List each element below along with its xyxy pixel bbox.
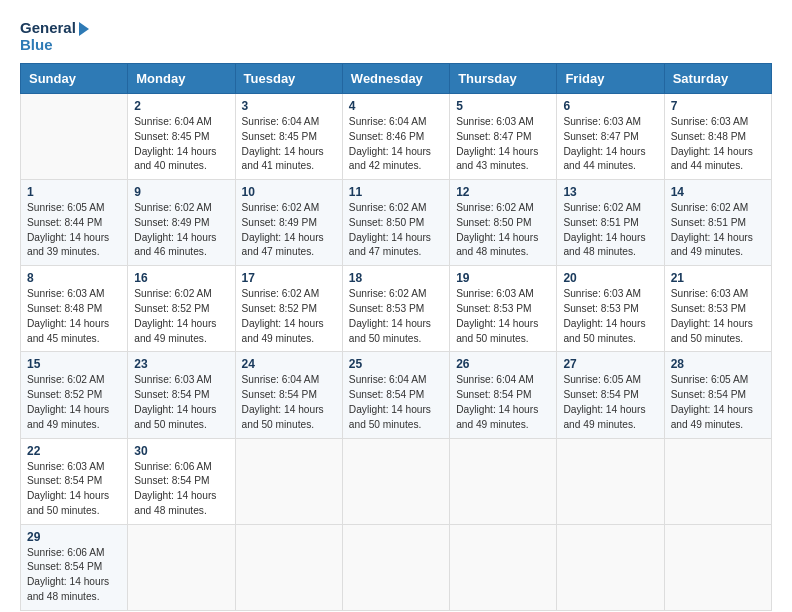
day-info: Sunrise: 6:04 AMSunset: 8:54 PMDaylight:… — [349, 373, 443, 432]
calendar-cell — [128, 524, 235, 610]
header-saturday: Saturday — [664, 64, 771, 94]
day-number: 24 — [242, 357, 336, 371]
day-number: 16 — [134, 271, 228, 285]
day-number: 21 — [671, 271, 765, 285]
day-number: 13 — [563, 185, 657, 199]
day-number: 17 — [242, 271, 336, 285]
calendar-cell: 2Sunrise: 6:04 AMSunset: 8:45 PMDaylight… — [128, 94, 235, 180]
day-number: 8 — [27, 271, 121, 285]
day-info: Sunrise: 6:02 AMSunset: 8:51 PMDaylight:… — [563, 201, 657, 260]
calendar-cell: 25Sunrise: 6:04 AMSunset: 8:54 PMDayligh… — [342, 352, 449, 438]
week-row-3: 15Sunrise: 6:02 AMSunset: 8:52 PMDayligh… — [21, 352, 772, 438]
day-info: Sunrise: 6:02 AMSunset: 8:52 PMDaylight:… — [134, 287, 228, 346]
logo-container: General Blue — [20, 20, 89, 53]
calendar-cell: 19Sunrise: 6:03 AMSunset: 8:53 PMDayligh… — [450, 266, 557, 352]
day-number: 26 — [456, 357, 550, 371]
logo: General Blue — [20, 20, 89, 53]
calendar-cell: 21Sunrise: 6:03 AMSunset: 8:53 PMDayligh… — [664, 266, 771, 352]
calendar-cell: 29Sunrise: 6:06 AMSunset: 8:54 PMDayligh… — [21, 524, 128, 610]
day-info: Sunrise: 6:03 AMSunset: 8:53 PMDaylight:… — [563, 287, 657, 346]
week-row-5: 29Sunrise: 6:06 AMSunset: 8:54 PMDayligh… — [21, 524, 772, 610]
day-number: 12 — [456, 185, 550, 199]
calendar-cell — [21, 94, 128, 180]
logo-text-general: General — [20, 20, 89, 37]
day-info: Sunrise: 6:03 AMSunset: 8:53 PMDaylight:… — [456, 287, 550, 346]
day-info: Sunrise: 6:02 AMSunset: 8:51 PMDaylight:… — [671, 201, 765, 260]
calendar-cell: 20Sunrise: 6:03 AMSunset: 8:53 PMDayligh… — [557, 266, 664, 352]
day-number: 4 — [349, 99, 443, 113]
calendar-cell: 13Sunrise: 6:02 AMSunset: 8:51 PMDayligh… — [557, 180, 664, 266]
day-number: 27 — [563, 357, 657, 371]
header-monday: Monday — [128, 64, 235, 94]
day-number: 6 — [563, 99, 657, 113]
calendar-cell — [450, 524, 557, 610]
calendar-cell: 22Sunrise: 6:03 AMSunset: 8:54 PMDayligh… — [21, 438, 128, 524]
day-info: Sunrise: 6:05 AMSunset: 8:54 PMDaylight:… — [563, 373, 657, 432]
calendar-cell: 27Sunrise: 6:05 AMSunset: 8:54 PMDayligh… — [557, 352, 664, 438]
day-info: Sunrise: 6:03 AMSunset: 8:54 PMDaylight:… — [134, 373, 228, 432]
calendar-cell: 26Sunrise: 6:04 AMSunset: 8:54 PMDayligh… — [450, 352, 557, 438]
header-row: SundayMondayTuesdayWednesdayThursdayFrid… — [21, 64, 772, 94]
calendar-cell — [557, 524, 664, 610]
day-number: 1 — [27, 185, 121, 199]
calendar-cell: 11Sunrise: 6:02 AMSunset: 8:50 PMDayligh… — [342, 180, 449, 266]
day-info: Sunrise: 6:04 AMSunset: 8:46 PMDaylight:… — [349, 115, 443, 174]
day-info: Sunrise: 6:03 AMSunset: 8:47 PMDaylight:… — [563, 115, 657, 174]
day-number: 9 — [134, 185, 228, 199]
day-number: 20 — [563, 271, 657, 285]
day-number: 14 — [671, 185, 765, 199]
header-sunday: Sunday — [21, 64, 128, 94]
day-info: Sunrise: 6:02 AMSunset: 8:50 PMDaylight:… — [456, 201, 550, 260]
day-info: Sunrise: 6:04 AMSunset: 8:45 PMDaylight:… — [134, 115, 228, 174]
calendar-cell: 15Sunrise: 6:02 AMSunset: 8:52 PMDayligh… — [21, 352, 128, 438]
calendar-cell: 4Sunrise: 6:04 AMSunset: 8:46 PMDaylight… — [342, 94, 449, 180]
calendar-cell — [342, 438, 449, 524]
calendar-cell — [235, 438, 342, 524]
week-row-2: 8Sunrise: 6:03 AMSunset: 8:48 PMDaylight… — [21, 266, 772, 352]
calendar-cell: 18Sunrise: 6:02 AMSunset: 8:53 PMDayligh… — [342, 266, 449, 352]
day-number: 23 — [134, 357, 228, 371]
calendar-cell: 5Sunrise: 6:03 AMSunset: 8:47 PMDaylight… — [450, 94, 557, 180]
day-number: 11 — [349, 185, 443, 199]
day-number: 18 — [349, 271, 443, 285]
day-number: 10 — [242, 185, 336, 199]
week-row-0: 2Sunrise: 6:04 AMSunset: 8:45 PMDaylight… — [21, 94, 772, 180]
header-tuesday: Tuesday — [235, 64, 342, 94]
day-info: Sunrise: 6:02 AMSunset: 8:49 PMDaylight:… — [134, 201, 228, 260]
day-info: Sunrise: 6:02 AMSunset: 8:52 PMDaylight:… — [27, 373, 121, 432]
day-info: Sunrise: 6:04 AMSunset: 8:45 PMDaylight:… — [242, 115, 336, 174]
day-info: Sunrise: 6:04 AMSunset: 8:54 PMDaylight:… — [456, 373, 550, 432]
calendar-cell: 7Sunrise: 6:03 AMSunset: 8:48 PMDaylight… — [664, 94, 771, 180]
day-number: 5 — [456, 99, 550, 113]
day-number: 2 — [134, 99, 228, 113]
day-number: 7 — [671, 99, 765, 113]
day-info: Sunrise: 6:03 AMSunset: 8:48 PMDaylight:… — [27, 287, 121, 346]
calendar-cell: 8Sunrise: 6:03 AMSunset: 8:48 PMDaylight… — [21, 266, 128, 352]
calendar-cell — [450, 438, 557, 524]
calendar-cell — [342, 524, 449, 610]
day-info: Sunrise: 6:03 AMSunset: 8:54 PMDaylight:… — [27, 460, 121, 519]
day-info: Sunrise: 6:06 AMSunset: 8:54 PMDaylight:… — [27, 546, 121, 605]
calendar-cell: 6Sunrise: 6:03 AMSunset: 8:47 PMDaylight… — [557, 94, 664, 180]
calendar-cell: 17Sunrise: 6:02 AMSunset: 8:52 PMDayligh… — [235, 266, 342, 352]
day-number: 22 — [27, 444, 121, 458]
header-friday: Friday — [557, 64, 664, 94]
calendar-cell: 10Sunrise: 6:02 AMSunset: 8:49 PMDayligh… — [235, 180, 342, 266]
calendar-cell: 12Sunrise: 6:02 AMSunset: 8:50 PMDayligh… — [450, 180, 557, 266]
day-info: Sunrise: 6:02 AMSunset: 8:52 PMDaylight:… — [242, 287, 336, 346]
day-info: Sunrise: 6:03 AMSunset: 8:47 PMDaylight:… — [456, 115, 550, 174]
day-number: 30 — [134, 444, 228, 458]
day-info: Sunrise: 6:05 AMSunset: 8:54 PMDaylight:… — [671, 373, 765, 432]
calendar-cell: 9Sunrise: 6:02 AMSunset: 8:49 PMDaylight… — [128, 180, 235, 266]
calendar-cell: 3Sunrise: 6:04 AMSunset: 8:45 PMDaylight… — [235, 94, 342, 180]
week-row-1: 1Sunrise: 6:05 AMSunset: 8:44 PMDaylight… — [21, 180, 772, 266]
day-info: Sunrise: 6:02 AMSunset: 8:53 PMDaylight:… — [349, 287, 443, 346]
calendar-cell: 14Sunrise: 6:02 AMSunset: 8:51 PMDayligh… — [664, 180, 771, 266]
day-info: Sunrise: 6:05 AMSunset: 8:44 PMDaylight:… — [27, 201, 121, 260]
day-number: 28 — [671, 357, 765, 371]
calendar-cell: 1Sunrise: 6:05 AMSunset: 8:44 PMDaylight… — [21, 180, 128, 266]
day-info: Sunrise: 6:06 AMSunset: 8:54 PMDaylight:… — [134, 460, 228, 519]
day-info: Sunrise: 6:03 AMSunset: 8:48 PMDaylight:… — [671, 115, 765, 174]
header-wednesday: Wednesday — [342, 64, 449, 94]
week-row-4: 22Sunrise: 6:03 AMSunset: 8:54 PMDayligh… — [21, 438, 772, 524]
